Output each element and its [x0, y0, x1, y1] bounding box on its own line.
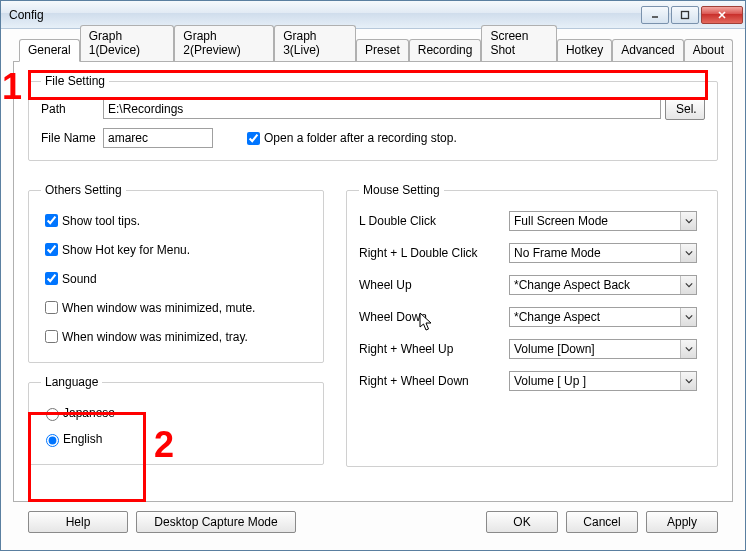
- path-select-button[interactable]: Sel.: [665, 98, 705, 120]
- mouse-rwheelup-label: Right + Wheel Up: [359, 342, 509, 356]
- file-setting-legend: File Setting: [41, 74, 109, 88]
- window-title: Config: [9, 8, 639, 22]
- tab-graph2[interactable]: Graph 2(Preview): [174, 25, 274, 61]
- desktop-capture-button[interactable]: Desktop Capture Mode: [136, 511, 296, 533]
- chevron-down-icon: [680, 276, 696, 294]
- svg-rect-1: [682, 11, 689, 18]
- cancel-button[interactable]: Cancel: [566, 511, 638, 533]
- chevron-down-icon: [680, 340, 696, 358]
- mouse-rwheeldown-label: Right + Wheel Down: [359, 374, 509, 388]
- minimize-tray-checkbox[interactable]: [45, 330, 58, 343]
- tab-screenshot[interactable]: Screen Shot: [481, 25, 556, 61]
- language-japanese-label: Japanese: [63, 406, 115, 420]
- help-button[interactable]: Help: [28, 511, 128, 533]
- mouse-setting-legend: Mouse Setting: [359, 183, 444, 197]
- path-input[interactable]: [103, 99, 661, 119]
- path-label: Path: [41, 102, 103, 116]
- tab-hotkey[interactable]: Hotkey: [557, 39, 612, 61]
- filename-label: File Name: [41, 131, 103, 145]
- filename-input[interactable]: [103, 128, 213, 148]
- tooltips-checkbox[interactable]: [45, 214, 58, 227]
- mouse-rldbl-select[interactable]: No Frame Mode: [509, 243, 697, 263]
- apply-button[interactable]: Apply: [646, 511, 718, 533]
- mouse-wheelup-label: Wheel Up: [359, 278, 509, 292]
- annotation-number-1: 1: [2, 66, 22, 108]
- tab-recording[interactable]: Recording: [409, 39, 482, 61]
- chevron-down-icon: [680, 372, 696, 390]
- tab-advanced[interactable]: Advanced: [612, 39, 683, 61]
- open-folder-checkbox[interactable]: [247, 132, 260, 145]
- ok-button[interactable]: OK: [486, 511, 558, 533]
- others-setting-group: Others Setting Show tool tips. Show Hot …: [28, 183, 324, 363]
- file-setting-group: File Setting Path Sel. File Name Open a …: [28, 74, 718, 161]
- mouse-wheelup-select[interactable]: *Change Aspect Back: [509, 275, 697, 295]
- maximize-button[interactable]: [671, 6, 699, 24]
- language-english-radio[interactable]: [46, 434, 59, 447]
- hotkey-menu-label: Show Hot key for Menu.: [62, 243, 190, 257]
- tab-about[interactable]: About: [684, 39, 733, 61]
- language-japanese-radio[interactable]: [46, 408, 59, 421]
- tab-graph1[interactable]: Graph 1(Device): [80, 25, 175, 61]
- minimize-mute-label: When window was minimized, mute.: [62, 301, 255, 315]
- sound-label: Sound: [62, 272, 97, 286]
- tab-general[interactable]: General: [19, 39, 80, 62]
- close-button[interactable]: [701, 6, 743, 24]
- sound-checkbox[interactable]: [45, 272, 58, 285]
- language-legend: Language: [41, 375, 102, 389]
- mouse-setting-group: Mouse Setting L Double Click Full Screen…: [346, 183, 718, 467]
- hotkey-menu-checkbox[interactable]: [45, 243, 58, 256]
- tab-preset[interactable]: Preset: [356, 39, 409, 61]
- mouse-rldbl-label: Right + L Double Click: [359, 246, 509, 260]
- tab-graph3[interactable]: Graph 3(Live): [274, 25, 356, 61]
- tab-strip: General Graph 1(Device) Graph 2(Preview)…: [13, 39, 733, 61]
- chevron-down-icon: [680, 212, 696, 230]
- minimize-mute-checkbox[interactable]: [45, 301, 58, 314]
- others-setting-legend: Others Setting: [41, 183, 126, 197]
- tooltips-label: Show tool tips.: [62, 214, 140, 228]
- mouse-ldbl-label: L Double Click: [359, 214, 509, 228]
- minimize-button[interactable]: [641, 6, 669, 24]
- mouse-wheeldown-select[interactable]: *Change Aspect: [509, 307, 697, 327]
- language-english-label: English: [63, 432, 102, 446]
- minimize-tray-label: When window was minimized, tray.: [62, 330, 248, 344]
- open-folder-label: Open a folder after a recording stop.: [264, 131, 457, 145]
- mouse-wheeldown-label: Wheel Down: [359, 310, 509, 324]
- mouse-rwheelup-select[interactable]: Volume [Down]: [509, 339, 697, 359]
- chevron-down-icon: [680, 244, 696, 262]
- mouse-rwheeldown-select[interactable]: Volume [ Up ]: [509, 371, 697, 391]
- mouse-ldbl-select[interactable]: Full Screen Mode: [509, 211, 697, 231]
- chevron-down-icon: [680, 308, 696, 326]
- language-group: Language Japanese English: [28, 375, 324, 465]
- tab-page-general: File Setting Path Sel. File Name Open a …: [13, 61, 733, 502]
